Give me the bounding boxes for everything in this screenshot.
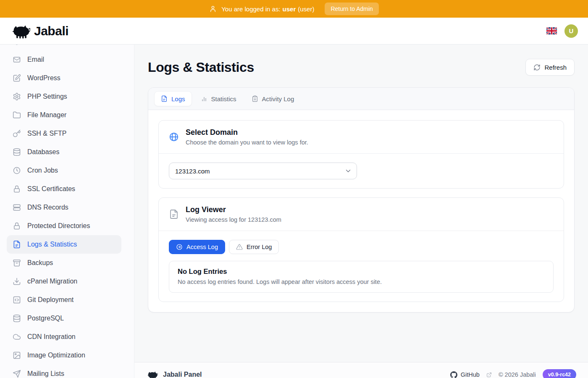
sidebar-item-label: File Manager — [27, 111, 66, 119]
sidebar-item-mailing-lists[interactable]: Mailing Lists — [7, 365, 121, 378]
sidebar: EmailWordPressPHP SettingsFile ManagerSS… — [0, 45, 134, 378]
select-domain-title: Select Domain — [186, 128, 308, 137]
gear-icon — [13, 92, 21, 101]
tab-statistics[interactable]: Statistics — [194, 91, 243, 106]
globe-icon — [169, 132, 179, 142]
top-header: Jabali U — [0, 18, 588, 45]
sidebar-item-cdn-integration[interactable]: CDN Integration — [7, 328, 121, 346]
select-domain-subtitle: Choose the domain you want to view logs … — [186, 139, 308, 146]
download-icon — [13, 277, 21, 286]
select-domain-body: 123123.com — [159, 154, 564, 188]
key-icon — [13, 129, 21, 138]
return-to-admin-button[interactable]: Return to Admin — [325, 3, 378, 15]
select-domain-header: Select Domain Choose the domain you want… — [159, 121, 564, 154]
sidebar-item-ssh-sftp[interactable]: SSH & SFTP — [7, 124, 121, 143]
clipboard-icon — [252, 95, 258, 102]
user-icon — [209, 5, 217, 13]
tab-content: Select Domain Choose the domain you want… — [148, 110, 574, 312]
sidebar-item-email[interactable]: Email — [7, 50, 121, 69]
sidebar-item-label: PHP Settings — [27, 93, 67, 100]
database-icon — [13, 148, 21, 156]
access-log-button[interactable]: Access Log — [169, 240, 225, 254]
sidebar-item-label: Git Deployment — [27, 296, 74, 304]
sidebar-item-label: Image Optimization — [27, 352, 85, 359]
app-window: You are logged in as: user (user) Return… — [0, 0, 588, 378]
github-link[interactable]: GitHub — [450, 371, 480, 378]
sidebar-item-image-optimization[interactable]: Image Optimization — [7, 346, 121, 365]
sidebar-item-git-deployment[interactable]: Git Deployment — [7, 291, 121, 309]
empty-state-title: No Log Entries — [178, 268, 545, 276]
domain-select[interactable]: 123123.com — [169, 163, 357, 179]
database-icon — [13, 314, 21, 323]
sidebar-nav: EmailWordPressPHP SettingsFile ManagerSS… — [0, 45, 134, 378]
image-icon — [13, 351, 21, 360]
arrow-right-circle-icon — [176, 244, 183, 250]
sidebar-item-cron-jobs[interactable]: Cron Jobs — [7, 161, 121, 180]
footer-brand-group: Jabali Panel — [146, 370, 202, 378]
cloud-icon — [13, 333, 21, 341]
sidebar-item-php-settings[interactable]: PHP Settings — [7, 87, 121, 106]
sidebar-item-label: CDN Integration — [27, 333, 76, 341]
jabali-footer-logo-icon — [146, 370, 158, 378]
lock-icon — [13, 222, 21, 230]
main-column: Logs & Statistics Refresh LogsStatistics… — [134, 45, 588, 378]
error-log-label: Error Log — [247, 244, 272, 250]
sidebar-item-logs-statistics[interactable]: Logs & Statistics — [7, 235, 121, 254]
sidebar-item-postgresql[interactable]: PostgreSQL — [7, 309, 121, 328]
sidebar-item-ssl-certificates[interactable]: SSL Certificates — [7, 180, 121, 198]
error-log-button[interactable]: Error Log — [229, 240, 279, 254]
mail-icon — [13, 55, 21, 64]
tab-activity-log[interactable]: Activity Log — [245, 91, 301, 106]
log-viewer-card: Log Viewer Viewing access log for 123123… — [158, 197, 564, 302]
sidebar-item-label: Cron Jobs — [27, 167, 58, 174]
folder-icon — [13, 111, 21, 119]
footer: Jabali Panel GitHub © 2026 Jabali v0.9-r… — [134, 362, 588, 378]
sidebar-item-backups[interactable]: Backups — [7, 254, 121, 272]
sidebar-item-label: SSL Certificates — [27, 185, 75, 193]
sidebar-item-protected-directories[interactable]: Protected Directories — [7, 217, 121, 235]
sidebar-item-dns-records[interactable]: DNS Records — [7, 198, 121, 217]
select-domain-text: Select Domain Choose the domain you want… — [186, 128, 308, 146]
version-badge[interactable]: v0.9-rc42 — [543, 369, 576, 378]
domain-select-wrap: 123123.com — [169, 163, 357, 179]
page-title: Logs & Statistics — [148, 60, 254, 75]
chart-icon — [201, 95, 207, 102]
sidebar-item-wordpress[interactable]: WordPress — [7, 69, 121, 87]
refresh-button[interactable]: Refresh — [525, 59, 575, 76]
globe-icon — [13, 45, 21, 45]
brand[interactable]: Jabali — [10, 24, 68, 39]
select-domain-card: Select Domain Choose the domain you want… — [158, 120, 564, 189]
alert-triangle-icon — [236, 244, 243, 250]
edit-icon — [13, 74, 21, 82]
tab-bar: LogsStatisticsActivity Log — [148, 88, 574, 110]
lock-icon — [13, 185, 21, 193]
banner-message-prefix: You are logged in as: — [221, 5, 280, 13]
log-viewer-header: Log Viewer Viewing access log for 123123… — [159, 198, 564, 231]
refresh-label: Refresh — [544, 64, 567, 71]
log-viewer-subtitle: Viewing access log for 123123.com — [186, 216, 281, 223]
uk-flag-icon[interactable] — [546, 27, 557, 34]
sidebar-item-cpanel-migration[interactable]: cPanel Migration — [7, 272, 121, 291]
code-icon — [13, 296, 21, 304]
banner-role: (user) — [298, 5, 314, 13]
file-text-icon — [161, 95, 168, 102]
sidebar-item-label: Databases — [27, 148, 60, 156]
sidebar-item-partial[interactable] — [7, 45, 121, 50]
log-viewer-body: Access Log Error Log No Log Entries — [159, 231, 564, 302]
log-type-buttons: Access Log Error Log — [169, 240, 554, 254]
brand-name: Jabali — [34, 24, 68, 38]
server-icon — [13, 203, 21, 212]
sidebar-item-label: SSH & SFTP — [27, 130, 66, 137]
user-avatar[interactable]: U — [564, 24, 578, 38]
impersonation-banner: You are logged in as: user (user) Return… — [0, 0, 588, 18]
shell: EmailWordPressPHP SettingsFile ManagerSS… — [0, 45, 588, 378]
sidebar-item-label: cPanel Migration — [27, 278, 77, 285]
github-icon — [450, 371, 457, 378]
tab-label: Logs — [171, 95, 185, 102]
archive-icon — [13, 259, 21, 267]
footer-brand-name: Jabali Panel — [163, 371, 202, 378]
sidebar-item-databases[interactable]: Databases — [7, 143, 121, 161]
sidebar-item-file-manager[interactable]: File Manager — [7, 106, 121, 124]
banner-message: You are logged in as: user (user) — [221, 5, 314, 13]
tab-logs[interactable]: Logs — [154, 91, 192, 106]
